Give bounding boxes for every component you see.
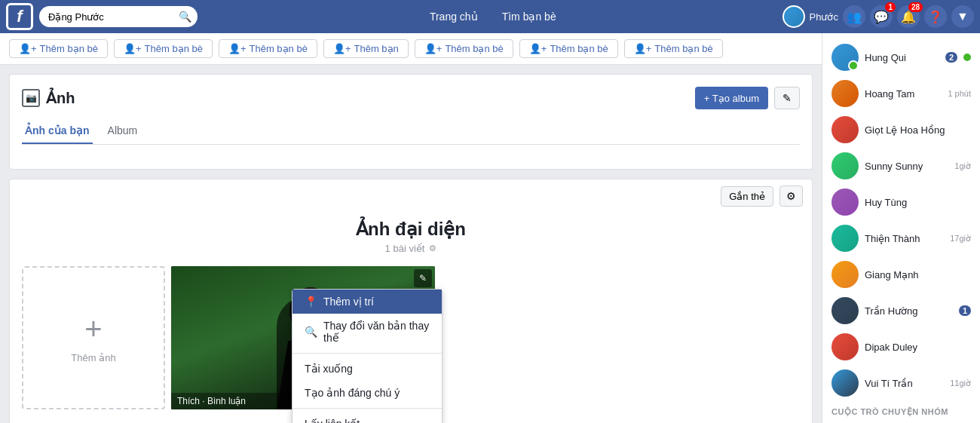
context-menu-get-link[interactable]: Lấy liên kết <box>292 412 442 423</box>
chat-item-hoang-tam[interactable]: Hoang Tam 1 phút <box>822 75 980 112</box>
chat-count-tran-huong: 1 <box>959 305 971 316</box>
photos-icon: 📷 <box>22 89 40 107</box>
nav-center: Trang chủ Tìm bạn bè <box>204 8 782 26</box>
search-icon: 🔍 <box>179 11 191 23</box>
chat-time-hoang-tam: 1 phút <box>948 89 971 98</box>
notifications-btn[interactable]: 🔔 28 <box>897 5 920 28</box>
photos-actions: + Tạo album ✎ <box>695 87 800 109</box>
add-friend-btn-3[interactable]: 👤+ Thêm bạn bè <box>219 39 317 58</box>
add-friend-btn-4[interactable]: 👤+ Thêm bạn <box>323 39 409 58</box>
facebook-logo[interactable]: f <box>6 3 33 30</box>
chat-item-giang-manh[interactable]: Giang Mạnh <box>822 256 980 293</box>
notifications-badge: 28 <box>908 2 923 12</box>
help-btn[interactable]: ❓ <box>924 5 947 28</box>
chat-name-hoang-tam: Hoang Tam <box>865 88 942 100</box>
chat-name-vui-ti-tran: Vui Tí Trần <box>865 378 944 389</box>
chat-item-huy-tung[interactable]: Huy Tùng <box>822 184 980 220</box>
tab-my-photos[interactable]: Ảnh của bạn <box>22 118 93 144</box>
photo-item: Thích · Bình luận ✎ 📍 Thêm vị trí 🔍 Thay… <box>171 266 435 409</box>
album-subtitle: 1 bài viết ⚙ <box>10 243 812 266</box>
photos-header: 📷 Ảnh + Tạo album ✎ <box>22 87 800 109</box>
chat-avatar-huy-tung <box>831 189 859 216</box>
chat-avatar-tran-huong <box>831 297 859 324</box>
gan-the-btn[interactable]: Gắn thẻ <box>721 186 773 207</box>
chat-time-sunny: 1giờ <box>954 161 971 171</box>
context-menu-add-location[interactable]: 📍 Thêm vị trí <box>292 290 442 314</box>
chat-group-section-title: CUỘC TRÒ CHUYỆN NHÓM <box>822 401 980 420</box>
dropdown-btn[interactable]: ▼ <box>951 5 974 28</box>
context-menu-divider-2 <box>292 408 442 409</box>
chat-item-sunny[interactable]: Sunny Sunny 1giờ <box>822 148 980 184</box>
chat-avatar-hung-qui <box>831 44 859 71</box>
location-icon: 📍 <box>305 296 317 308</box>
add-friend-btn-2[interactable]: 👤+ Thêm bạn bè <box>114 39 213 58</box>
context-menu-divider-1 <box>292 353 442 354</box>
create-album-btn[interactable]: + Tạo album <box>695 87 768 109</box>
chat-item-thien-thanh[interactable]: Thiện Thành 17giờ <box>822 220 980 256</box>
nav-find-friends[interactable]: Tìm bạn bè <box>495 8 564 26</box>
nav-home[interactable]: Trang chủ <box>422 8 485 26</box>
friends-requests-btn[interactable]: 👥 <box>843 5 865 28</box>
chat-item-tran-huong[interactable]: Trần Hường 1 <box>822 293 980 329</box>
add-friend-btn-5[interactable]: 👤+ Thêm bạn bè <box>415 39 513 58</box>
sidebar-chat: Hung Qui 2 Hoang Tam 1 phút Giọt Lệ Hoa … <box>822 33 980 423</box>
tab-albums[interactable]: Album <box>105 118 141 144</box>
context-menu: 📍 Thêm vị trí 🔍 Thay đổi văn bản thay th… <box>292 289 443 423</box>
add-friend-btn-1[interactable]: 👤+ Thêm bạn bè <box>9 39 108 58</box>
navbar: f 🔍 Trang chủ Tìm bạn bè Phước 👥 💬 1 🔔 2… <box>0 0 980 33</box>
add-friend-icon-5: 👤+ <box>424 43 443 54</box>
chat-name-dipak: Dipak Duley <box>865 342 971 353</box>
add-friend-icon-3: 👤+ <box>228 43 247 54</box>
friends-bar: 👤+ Thêm bạn bè 👤+ Thêm bạn bè 👤+ Thêm bạ… <box>0 33 822 65</box>
chat-avatar-giot-le <box>831 116 859 143</box>
new-group-btn[interactable]: 👥 Tạo nhóm mới <box>822 420 980 423</box>
photos-tabs: Ảnh của bạn Album <box>22 118 800 145</box>
chat-avatar-hoang-tam <box>831 80 859 107</box>
add-friend-icon-6: 👤+ <box>529 43 547 54</box>
chat-avatar-dipak <box>831 333 859 360</box>
chat-name-sunny: Sunny Sunny <box>865 161 948 172</box>
add-friend-icon-4: 👤+ <box>333 43 351 54</box>
add-friend-icon-2: 👤+ <box>124 43 142 54</box>
add-friend-btn-6[interactable]: 👤+ Thêm bạn bè <box>519 39 618 58</box>
album-section-header: Gắn thẻ ⚙ <box>10 179 812 213</box>
add-photo-label: Thêm ảnh <box>71 352 115 363</box>
chat-time-vui-ti-tran: 11giờ <box>950 379 971 388</box>
chat-name-huy-tung: Huy Tùng <box>865 197 971 208</box>
chat-item-hung-qui[interactable]: Hung Qui 2 <box>822 39 980 75</box>
add-photo-box[interactable]: + Thêm ảnh <box>22 266 165 409</box>
messages-badge: 1 <box>885 2 896 12</box>
photo-grid: + Thêm ảnh Thích · Bình luận ✎ <box>10 266 812 421</box>
nav-right: Phước 👥 💬 1 🔔 28 ❓ ▼ <box>782 5 974 28</box>
photos-title: 📷 Ảnh <box>22 89 75 107</box>
add-friend-icon-7: 👤+ <box>634 43 652 54</box>
photo-edit-btn[interactable]: ✎ <box>414 269 432 287</box>
context-menu-change-alt[interactable]: 🔍 Thay đổi văn bản thay thế <box>292 314 442 350</box>
chat-name-thien-thanh: Thiện Thành <box>865 233 944 244</box>
add-friend-btn-7[interactable]: 👤+ Thêm bạn bè <box>624 39 723 58</box>
online-indicator <box>963 54 971 61</box>
plus-icon: + <box>84 312 102 346</box>
chat-name-giot-le: Giọt Lệ Hoa Hồng <box>865 124 971 136</box>
chat-count-hung-qui: 2 <box>945 52 957 63</box>
main-content: 👤+ Thêm bạn bè 👤+ Thêm bạn bè 👤+ Thêm bạ… <box>0 33 822 423</box>
chat-time-thien-thanh: 17giờ <box>950 234 971 244</box>
chat-item-vui-ti-tran[interactable]: Vui Tí Trần 11giờ <box>822 365 980 401</box>
chat-name-hung-qui: Hung Qui <box>865 52 939 63</box>
search-wrap: 🔍 <box>39 6 198 27</box>
messages-btn[interactable]: 💬 1 <box>870 5 893 28</box>
context-menu-feature[interactable]: Tạo ảnh đáng chú ý <box>292 381 442 405</box>
search-input[interactable] <box>39 6 198 27</box>
photos-section: 📷 Ảnh + Tạo album ✎ Ảnh của bạn Album <box>9 74 813 170</box>
alt-text-icon: 🔍 <box>305 326 317 338</box>
chat-item-giot-le[interactable]: Giọt Lệ Hoa Hồng <box>822 112 980 148</box>
chat-avatar-giang-manh <box>831 261 859 288</box>
context-menu-download[interactable]: Tải xuống <box>292 357 442 381</box>
content-wrap: 👤+ Thêm bạn bè 👤+ Thêm bạn bè 👤+ Thêm bạ… <box>0 33 980 423</box>
chat-item-dipak[interactable]: Dipak Duley <box>822 329 980 365</box>
chat-avatar-sunny <box>831 152 859 179</box>
user-avatar[interactable] <box>782 5 805 28</box>
add-friend-icon-1: 👤+ <box>19 43 37 54</box>
edit-photos-btn[interactable]: ✎ <box>774 87 800 109</box>
album-settings-btn[interactable]: ⚙ <box>779 185 803 207</box>
